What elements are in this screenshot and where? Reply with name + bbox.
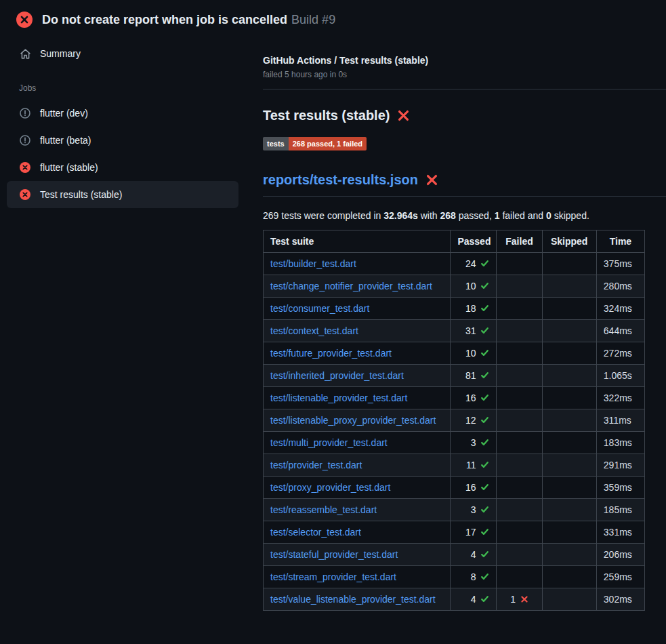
failed-cell xyxy=(497,499,542,521)
col-skipped: Skipped xyxy=(542,230,596,253)
check-icon xyxy=(480,572,489,581)
suite-link[interactable]: test/listenable_provider_test.dart xyxy=(270,393,407,403)
failed-cell xyxy=(497,320,542,342)
suite-link[interactable]: test/selector_test.dart xyxy=(270,527,361,538)
sidebar-item-label: Test results (stable) xyxy=(40,189,122,200)
check-icon xyxy=(480,371,489,380)
time-cell: 185ms xyxy=(596,499,644,521)
table-header-row: Test suite Passed Failed Skipped Time xyxy=(264,230,645,253)
breadcrumb: GitHub Actions / Test results (stable) xyxy=(263,55,645,66)
skipped-cell xyxy=(542,275,596,298)
divider xyxy=(263,196,666,197)
suite-cell: test/proxy_provider_test.dart xyxy=(264,477,451,499)
table-row: test/listenable_proxy_provider_test.dart… xyxy=(264,409,645,432)
suite-link[interactable]: test/reassemble_test.dart xyxy=(270,504,377,515)
table-row: test/selector_test.dart17 331ms xyxy=(264,521,645,544)
sidebar-item[interactable]: flutter (dev) xyxy=(7,100,238,127)
sidebar-item[interactable]: flutter (stable) xyxy=(7,154,238,181)
badge-value: 268 passed, 1 failed xyxy=(289,137,367,150)
time-cell: 272ms xyxy=(596,342,644,365)
time-cell: 322ms xyxy=(596,387,644,409)
suite-cell: test/future_provider_test.dart xyxy=(264,342,451,365)
passed-cell: 18 xyxy=(451,298,497,320)
sidebar-item[interactable]: Test results (stable) xyxy=(7,181,238,208)
failed-cell xyxy=(497,365,542,387)
passed-cell: 17 xyxy=(451,521,497,544)
col-failed: Failed xyxy=(497,230,542,253)
alert-circle-icon xyxy=(19,108,31,119)
suite-cell: test/listenable_proxy_provider_test.dart xyxy=(264,409,451,432)
check-icon xyxy=(480,259,489,268)
check-icon xyxy=(480,595,489,603)
suite-link[interactable]: test/stateful_provider_test.dart xyxy=(270,549,398,560)
skipped-cell xyxy=(542,387,596,409)
check-icon xyxy=(480,281,489,290)
check-icon xyxy=(480,438,489,447)
results-table-body: test/builder_test.dart24 375mstest/chang… xyxy=(264,253,645,611)
suite-link[interactable]: test/multi_provider_test.dart xyxy=(270,437,388,448)
table-row: test/stateful_provider_test.dart4 206ms xyxy=(264,544,645,566)
suite-link[interactable]: test/inherited_provider_test.dart xyxy=(270,370,404,381)
table-row: test/change_notifier_provider_test.dart1… xyxy=(264,275,645,298)
sidebar-item-summary[interactable]: Summary xyxy=(7,40,238,67)
table-row: test/reassemble_test.dart3 185ms xyxy=(264,499,645,521)
passed-cell: 4 xyxy=(451,544,497,566)
suite-cell: test/provider_test.dart xyxy=(264,454,451,477)
table-row: test/proxy_provider_test.dart16 359ms xyxy=(264,477,645,499)
table-row: test/multi_provider_test.dart3 183ms xyxy=(264,432,645,454)
suite-link[interactable]: test/provider_test.dart xyxy=(270,460,362,470)
passed-cell: 16 xyxy=(451,477,497,499)
failed-cell xyxy=(497,454,542,477)
suite-link[interactable]: test/change_notifier_provider_test.dart xyxy=(270,281,432,291)
passed-cell: 3 xyxy=(451,499,497,521)
passed-cell: 81 xyxy=(451,365,497,387)
check-icon xyxy=(480,550,489,559)
x-icon xyxy=(520,595,528,603)
passed-cell: 12 xyxy=(451,409,497,432)
suite-link[interactable]: test/proxy_provider_test.dart xyxy=(270,482,390,493)
check-icon xyxy=(480,416,489,424)
time-cell: 324ms xyxy=(596,298,644,320)
sidebar-item-label: flutter (beta) xyxy=(40,135,91,146)
table-row: test/inherited_provider_test.dart81 1.06… xyxy=(264,365,645,387)
x-mark-icon xyxy=(425,174,438,186)
suite-link[interactable]: test/stream_provider_test.dart xyxy=(270,571,396,582)
time-cell: 311ms xyxy=(596,409,644,432)
summary-sentence: 269 tests were completed in 32.964s with… xyxy=(263,210,645,221)
time-cell: 644ms xyxy=(596,320,644,342)
failed-cell xyxy=(497,253,542,275)
failed-cell xyxy=(497,432,542,454)
report-title-link[interactable]: reports/test-results.json xyxy=(263,172,645,188)
failed-cell xyxy=(497,566,542,588)
suite-link[interactable]: test/value_listenable_provider_test.dart xyxy=(270,594,436,605)
suite-cell: test/reassemble_test.dart xyxy=(264,499,451,521)
skipped-cell xyxy=(542,544,596,566)
time-cell: 302ms xyxy=(596,588,644,611)
suite-link[interactable]: test/context_test.dart xyxy=(270,325,358,336)
suite-cell: test/multi_provider_test.dart xyxy=(264,432,451,454)
suite-link[interactable]: test/builder_test.dart xyxy=(270,258,356,269)
failed-cell xyxy=(497,387,542,409)
skipped-cell xyxy=(542,365,596,387)
summary-skipped: 0 xyxy=(546,210,551,221)
time-cell: 183ms xyxy=(596,432,644,454)
passed-cell: 10 xyxy=(451,342,497,365)
suite-link[interactable]: test/listenable_proxy_provider_test.dart xyxy=(270,415,436,426)
failed-cell xyxy=(497,544,542,566)
sidebar-item[interactable]: flutter (beta) xyxy=(7,127,238,154)
skipped-cell xyxy=(542,432,596,454)
check-icon xyxy=(480,326,489,335)
divider xyxy=(263,89,666,89)
suite-cell: test/builder_test.dart xyxy=(264,253,451,275)
suite-cell: test/selector_test.dart xyxy=(264,521,451,544)
suite-link[interactable]: test/future_provider_test.dart xyxy=(270,348,392,359)
check-icon xyxy=(480,393,489,402)
passed-cell: 24 xyxy=(451,253,497,275)
col-test-suite: Test suite xyxy=(264,230,451,253)
summary-passed: 268 xyxy=(440,210,456,221)
x-mark-icon xyxy=(397,109,410,122)
passed-cell: 11 xyxy=(451,454,497,477)
check-icon xyxy=(480,505,489,514)
suite-link[interactable]: test/consumer_test.dart xyxy=(270,303,369,314)
failed-cell xyxy=(497,275,542,298)
